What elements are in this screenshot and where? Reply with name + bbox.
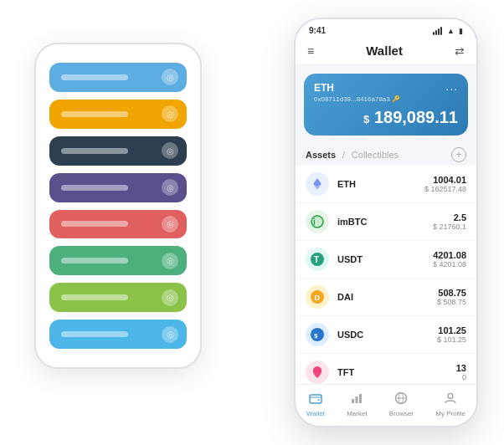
list-item: ◎	[49, 210, 187, 239]
card-text-bar	[61, 148, 128, 154]
card-text-bar	[61, 331, 128, 337]
signal-icon	[433, 27, 442, 35]
tab-collectibles[interactable]: Collectibles	[352, 150, 399, 160]
assets-header: Assets / Collectibles +	[296, 142, 476, 166]
asset-usd: 0	[456, 373, 466, 381]
foreground-phone: 9:41 ▲ ▮ ≡ Wallet ⇄ ETH	[294, 18, 478, 427]
table-row[interactable]: D DAI 508.75 $ 508.75	[296, 279, 476, 316]
background-phone: ◎ ◎ ◎ ◎ ◎ ◎ ◎ ◎	[34, 43, 202, 369]
assets-tabs: Assets / Collectibles	[306, 150, 399, 160]
card-icon: ◎	[162, 179, 178, 196]
balance-currency: $	[363, 113, 369, 125]
asset-usd: $ 101.25	[437, 335, 466, 344]
profile-nav-label: My Profile	[435, 410, 465, 417]
asset-name-col: TFT	[337, 367, 456, 377]
eth-balance: $ 189,089.11	[314, 108, 458, 127]
bottom-nav: Wallet Market Browser My Profile	[296, 384, 476, 426]
balance-amount: 189,089.11	[374, 108, 458, 126]
scene: ◎ ◎ ◎ ◎ ◎ ◎ ◎ ◎	[9, 9, 495, 436]
asset-amount: 4201.08	[433, 250, 466, 260]
list-item: ◎	[49, 246, 187, 275]
svg-point-19	[448, 394, 453, 399]
asset-amount: 508.75	[437, 288, 466, 298]
eth-card-top: ETH 0x08711d38...8416a78a3 🔑 ···	[314, 82, 458, 103]
asset-name-col: USDT	[337, 254, 433, 264]
asset-values: 2.5 $ 21760.1	[433, 212, 466, 231]
card-text-bar	[61, 111, 128, 117]
asset-name: imBTC	[337, 217, 433, 227]
usdt-icon: T	[306, 248, 329, 271]
asset-name-col: ETH	[337, 179, 424, 189]
status-time: 9:41	[309, 26, 326, 35]
asset-name: DAI	[337, 292, 437, 302]
nav-item-profile[interactable]: My Profile	[435, 391, 465, 417]
asset-values: 1004.01 $ 162517.48	[424, 175, 466, 193]
asset-name-col: USDC	[337, 330, 437, 340]
asset-usd: $ 508.75	[437, 298, 466, 306]
asset-name: TFT	[337, 367, 456, 377]
nav-item-browser[interactable]: Browser	[389, 391, 414, 417]
svg-rect-13	[352, 399, 354, 403]
tft-icon	[306, 361, 329, 384]
list-item: ◎	[49, 63, 187, 92]
browser-nav-label: Browser	[389, 410, 414, 417]
asset-name-col: DAI	[337, 292, 437, 302]
browser-nav-icon	[394, 391, 408, 408]
asset-amount: 2.5	[433, 212, 466, 222]
card-text-bar	[61, 258, 128, 263]
wallet-nav-icon	[309, 391, 322, 408]
add-asset-button[interactable]: +	[451, 147, 466, 162]
eth-card-info: ETH 0x08711d38...8416a78a3 🔑	[314, 82, 400, 103]
phone-header: ≡ Wallet ⇄	[296, 38, 476, 65]
list-item: ◎	[49, 283, 187, 312]
table-row[interactable]: i imBTC 2.5 $ 21760.1	[296, 203, 476, 241]
table-row[interactable]: TFT 13 0	[296, 354, 476, 384]
list-item: ◎	[49, 320, 187, 349]
card-icon: ◎	[162, 253, 178, 269]
tab-separator: /	[342, 151, 345, 160]
asset-values: 13 0	[456, 363, 466, 381]
wallet-nav-label: Wallet	[306, 410, 325, 417]
eth-card[interactable]: ETH 0x08711d38...8416a78a3 🔑 ··· $ 189,0…	[304, 74, 468, 136]
list-item: ◎	[49, 136, 187, 166]
asset-usd: $ 21760.1	[433, 222, 466, 231]
list-item: ◎	[49, 100, 187, 129]
scan-icon[interactable]: ⇄	[455, 44, 465, 58]
menu-icon[interactable]: ≡	[307, 44, 314, 58]
asset-name-col: imBTC	[337, 217, 433, 227]
asset-name: ETH	[337, 179, 424, 189]
card-icon: ◎	[162, 289, 178, 306]
list-item: ◎	[49, 173, 187, 202]
tab-assets[interactable]: Assets	[306, 150, 336, 160]
svg-text:D: D	[315, 294, 321, 302]
market-nav-label: Market	[347, 410, 367, 417]
card-icon: ◎	[162, 216, 178, 233]
nav-item-wallet[interactable]: Wallet	[306, 391, 325, 417]
card-text-bar	[61, 294, 128, 300]
asset-values: 101.25 $ 101.25	[437, 325, 466, 344]
dai-icon: D	[306, 285, 329, 309]
profile-nav-icon	[444, 391, 457, 408]
card-icon: ◎	[162, 142, 178, 159]
nav-item-market[interactable]: Market	[347, 391, 367, 417]
market-nav-icon	[350, 391, 363, 408]
asset-name: USDT	[337, 254, 433, 264]
table-row[interactable]: T USDT 4201.08 $ 4201.08	[296, 241, 476, 279]
asset-values: 508.75 $ 508.75	[437, 288, 466, 306]
asset-usd: $ 4201.08	[433, 260, 466, 269]
card-icon: ◎	[162, 105, 178, 122]
usdc-icon: $	[306, 323, 329, 346]
card-icon: ◎	[162, 69, 178, 85]
battery-icon: ▮	[459, 27, 463, 35]
asset-amount: 101.25	[437, 325, 466, 335]
more-icon[interactable]: ···	[445, 82, 458, 95]
asset-usd: $ 162517.48	[424, 185, 466, 193]
asset-list: ETH 1004.01 $ 162517.48 i imBTC 2.5 $ 21…	[296, 166, 476, 384]
page-title: Wallet	[366, 43, 403, 58]
table-row[interactable]: ETH 1004.01 $ 162517.48	[296, 166, 476, 203]
table-row[interactable]: $ USDC 101.25 $ 101.25	[296, 316, 476, 354]
asset-values: 4201.08 $ 4201.08	[433, 250, 466, 269]
status-bar: 9:41 ▲ ▮	[296, 19, 476, 38]
svg-rect-15	[359, 394, 362, 403]
svg-rect-14	[356, 396, 358, 403]
